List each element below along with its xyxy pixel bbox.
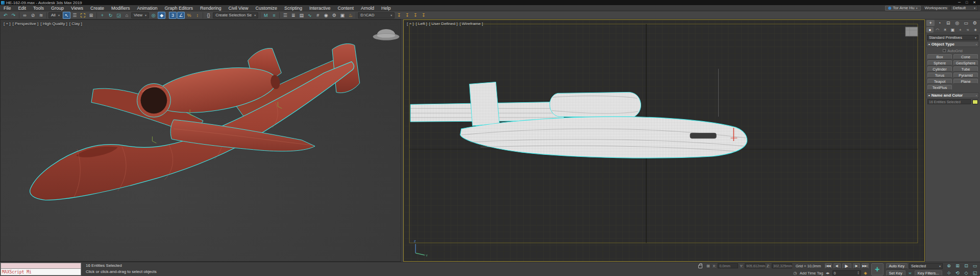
rendered-frame-window-button[interactable]: ▣ xyxy=(338,12,346,19)
menu-views[interactable]: Views xyxy=(67,5,87,11)
menu-modifiers[interactable]: Modifiers xyxy=(108,5,134,11)
spinner-snap-button[interactable]: ↕ xyxy=(193,12,201,19)
maxscript-mini-listener[interactable]: MAXScript Mi xyxy=(1,263,81,275)
rollout-object-type[interactable]: • Object Type ▪ xyxy=(926,41,979,47)
selection-region-button[interactable] xyxy=(79,12,87,19)
viewport-menu-general[interactable]: [ + ] xyxy=(4,21,11,26)
menu-animation[interactable]: Animation xyxy=(133,5,161,11)
menu-interactive[interactable]: Interactive xyxy=(306,5,334,11)
tail-fin[interactable] xyxy=(470,82,500,126)
civil-view-import-button-2[interactable]: ↧ xyxy=(403,12,411,19)
close-button[interactable]: ✕ xyxy=(973,1,976,5)
button-sphere[interactable]: Sphere xyxy=(927,60,952,65)
civil-view-import-button-4[interactable]: ↧ xyxy=(420,12,427,19)
schematic-view-button[interactable]: # xyxy=(314,12,322,19)
tab-create[interactable]: + xyxy=(926,20,935,26)
bind-to-spacewarp-button[interactable]: ≋ xyxy=(37,12,45,19)
select-object-button[interactable]: ↖ xyxy=(63,12,70,19)
zoom-region-button[interactable]: ▭ xyxy=(971,263,978,269)
category-shapes[interactable]: ◠ xyxy=(934,27,941,33)
select-and-manipulate-button[interactable]: ◆ xyxy=(158,12,165,19)
edit-named-selection-sets-button[interactable]: {} xyxy=(205,12,212,19)
viewport-perspective[interactable]: [ + ] [ Perspective ] [ High Quality ] [… xyxy=(0,19,401,262)
play-button[interactable]: ▶ xyxy=(842,263,851,269)
material-editor-button[interactable]: ◉ xyxy=(322,12,330,19)
button-plane[interactable]: Plane xyxy=(953,79,978,84)
set-key-button[interactable]: Set Key xyxy=(886,270,905,276)
ribbon-toggle-button[interactable]: ▤ xyxy=(298,12,305,19)
engine-pod[interactable] xyxy=(550,92,641,118)
select-and-scale-button[interactable]: ◲ xyxy=(115,12,122,19)
time-configuration-button[interactable]: ◈ xyxy=(863,270,869,276)
viewport-menu-shading[interactable]: [ Wireframe ] xyxy=(459,21,483,26)
key-step-toggle[interactable]: ◀▶ xyxy=(825,270,831,276)
percent-snap-button[interactable]: % xyxy=(185,12,193,19)
go-to-end-button[interactable]: ▶▶| xyxy=(862,263,869,269)
category-space-warps[interactable]: ≈ xyxy=(964,27,971,33)
absolute-offset-toggle[interactable]: ⊞ xyxy=(705,263,711,269)
y-coordinate-field[interactable]: 905,612mm xyxy=(745,263,765,268)
perspective-canvas[interactable] xyxy=(1,20,401,261)
viewport-menu-pov[interactable]: [ Left ] xyxy=(416,21,427,26)
x-coordinate-field[interactable]: 0,0mm xyxy=(718,263,738,268)
current-frame-field[interactable]: 0 ▲▼ xyxy=(832,270,861,275)
menu-customize[interactable]: Customize xyxy=(252,5,281,11)
menu-help[interactable]: Help xyxy=(378,5,395,11)
reference-coordinate-dropdown[interactable]: View ▾ xyxy=(131,12,149,18)
redo-button[interactable]: ↷ xyxy=(10,12,17,19)
render-setup-button[interactable]: ⚙ xyxy=(330,12,338,19)
minimize-button[interactable]: ─ xyxy=(958,1,961,5)
layer-explorer-button[interactable]: ≣ xyxy=(289,12,297,19)
project-path-dropdown[interactable]: D:\CAD ▾ xyxy=(358,12,395,18)
button-pyramid[interactable]: Pyramid xyxy=(953,73,978,78)
orbit-button[interactable]: ⟲ xyxy=(954,270,961,276)
category-lights[interactable]: ☀ xyxy=(942,27,949,33)
key-selection-dropdown[interactable]: Selected ▾ xyxy=(909,263,943,269)
selection-filter-dropdown[interactable]: All ▾ xyxy=(48,12,62,18)
button-torus[interactable]: Torus xyxy=(927,73,952,78)
field-of-view-button[interactable]: ◇ xyxy=(963,270,970,276)
maxscript-listener-field[interactable]: MAXScript Mi xyxy=(1,269,81,275)
tab-hierarchy[interactable]: ⊟ xyxy=(944,20,952,26)
viewport-menu-pov[interactable]: [ Perspective ] xyxy=(13,21,39,26)
render-production-button[interactable]: ♨ xyxy=(347,12,354,19)
add-time-tag[interactable]: Add Time Tag xyxy=(800,271,823,275)
zoom-extents-button[interactable]: ⊡ xyxy=(963,263,970,269)
menu-civil-view[interactable]: Civil View xyxy=(225,5,252,11)
menu-file[interactable]: File xyxy=(0,5,15,11)
zoom-button[interactable]: ⊕ xyxy=(945,263,952,269)
select-and-place-button[interactable]: ⌂ xyxy=(123,12,131,19)
tab-utilities[interactable]: ⚙ xyxy=(971,20,979,26)
workspace-dropdown[interactable]: Default ▾ xyxy=(950,6,978,11)
align-button[interactable]: ≡ xyxy=(270,12,278,19)
user-account-menu[interactable]: Tor Arne Hu ▾ xyxy=(885,6,920,11)
snaps-toggle-button[interactable]: 3 xyxy=(169,12,177,19)
viewport-menu-quality[interactable]: [ High Quality ] xyxy=(40,21,67,26)
key-steps-icon[interactable]: ≍ xyxy=(907,270,913,276)
button-textplus[interactable]: TextPlus xyxy=(927,85,952,90)
viewport-menu-quality[interactable]: [ User Defined ] xyxy=(429,21,458,26)
menu-arnold[interactable]: Arnold xyxy=(357,5,378,11)
select-and-move-button[interactable]: + xyxy=(99,12,106,19)
named-selection-sets-dropdown[interactable]: Create Selection Se ▾ xyxy=(213,12,258,18)
civil-view-import-button-3[interactable]: ↧ xyxy=(411,12,419,19)
pan-button[interactable]: ⊹ xyxy=(945,270,952,276)
tab-display[interactable]: ▭ xyxy=(962,20,970,26)
menu-rendering[interactable]: Rendering xyxy=(197,5,225,11)
button-teapot[interactable]: Teapot xyxy=(927,79,952,84)
menu-graph-editors[interactable]: Graph Editors xyxy=(161,5,197,11)
category-cameras[interactable]: ▣ xyxy=(949,27,957,33)
autogrid-checkbox[interactable] xyxy=(943,49,946,52)
button-cylinder[interactable]: Cylinder xyxy=(927,66,952,72)
menu-content[interactable]: Content xyxy=(334,5,357,11)
go-to-start-button[interactable]: |◀◀ xyxy=(825,263,832,269)
wireframe-canvas[interactable]: Z Y xyxy=(404,20,924,261)
tab-motion[interactable]: ◎ xyxy=(953,20,961,26)
maximize-viewport-toggle[interactable]: ◱ xyxy=(971,270,978,276)
viewport-left-ortho[interactable]: Z Y [ + ] [ Left ] [ User Defined ] [ Wi… xyxy=(403,19,925,262)
menu-create[interactable]: Create xyxy=(87,5,108,11)
object-color-swatch[interactable] xyxy=(972,100,978,104)
select-and-link-button[interactable]: ∞ xyxy=(21,12,29,19)
frame-spinner[interactable]: ▲▼ xyxy=(857,271,860,275)
zoom-all-button[interactable]: ⊞ xyxy=(954,263,961,269)
